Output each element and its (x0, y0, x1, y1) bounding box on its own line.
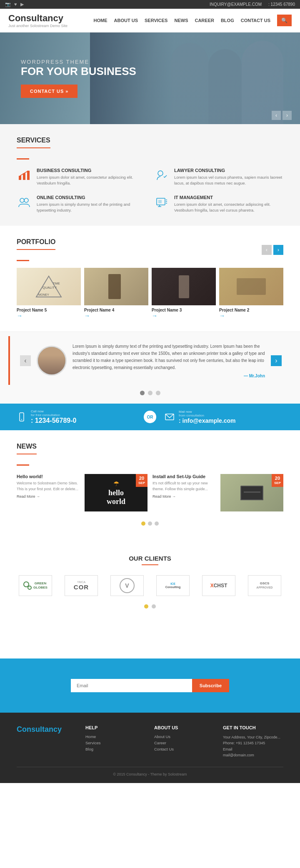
testimonial-next-button[interactable]: › (271, 355, 282, 366)
nav-blog[interactable]: BLOG (221, 18, 234, 23)
clients-section: OUR CLIENTS GREENGLOBES YMCA COR V (0, 538, 300, 625)
news-title-1: Hello world! (17, 474, 80, 479)
social-icon-1[interactable]: 📷 (5, 2, 11, 7)
news-read-more-1[interactable]: Read More → (17, 494, 80, 499)
footer-email-label: Email (223, 746, 283, 752)
email-address: : info@example.com (179, 417, 236, 424)
globes-icon (23, 581, 32, 590)
pre-sub-spacer (0, 625, 300, 658)
nav-career[interactable]: CAREER (195, 18, 214, 23)
service-title-3: ONLINE CONSULTING (37, 195, 146, 200)
logo[interactable]: Consultancy Just another Solostream Demo… (8, 13, 68, 28)
clients-title: OUR CLIENTS (17, 555, 283, 562)
portfolio-prev-button[interactable]: ‹ (262, 245, 272, 255)
testimonial-dot-3[interactable] (156, 391, 160, 395)
news-read-more-3[interactable]: Read More → (152, 494, 215, 499)
news-desc-3: It's not difficult to set up your new th… (152, 481, 215, 492)
portfolio-next-button[interactable]: › (273, 245, 283, 255)
hero-prev-button[interactable]: ‹ (272, 111, 281, 120)
topbar-phone: : 12345 67890 (268, 2, 295, 7)
testimonial-author: — Mr.John (72, 374, 265, 378)
social-icon-3[interactable]: ▶ (20, 2, 24, 7)
social-icon-2[interactable]: ♥ (14, 2, 17, 7)
service-icon-3 (17, 195, 32, 210)
green-globes-text: GREENGLOBES (33, 581, 48, 589)
portfolio-name-4: Project Name 2 (219, 308, 283, 312)
portfolio-link-4[interactable]: → (219, 312, 283, 319)
clients-pagination-dots (17, 604, 283, 609)
footer-help-title: HELP (85, 725, 146, 730)
nav-news[interactable]: NEWS (174, 18, 188, 23)
umbrella-icon: ☂ (113, 480, 119, 488)
news-item-2: 20 SEP ☂ hello world (85, 474, 148, 515)
footer-copyright: © 2015 Consultancy - Theme by Solostream (17, 767, 283, 776)
service-desc-3: Lorem ipsum is simply dummy text of the … (37, 202, 146, 214)
search-button[interactable]: 🔍 (277, 15, 292, 26)
footer-link-services[interactable]: Services (85, 741, 146, 745)
footer-link-blog[interactable]: Blog (85, 747, 146, 751)
ymca-text: YMCA (74, 581, 89, 584)
footer-logo-col: Consultancy (17, 725, 77, 758)
footer-link-aboutus[interactable]: About Us (154, 734, 215, 739)
clients-dot-1[interactable] (144, 604, 148, 609)
portfolio-link-1[interactable]: → (17, 312, 81, 319)
svg-text:QUALITY: QUALITY (42, 286, 57, 289)
news-title-wrap: NEWS (17, 443, 283, 466)
clients-title-underline (142, 564, 158, 565)
portfolio-title: PORTFOLIO (17, 238, 55, 250)
news-title-underline (17, 464, 29, 466)
service-desc-2: Lorem ipsum lacus vel cursus pharetra, s… (174, 175, 283, 187)
figure-suit (108, 274, 121, 299)
client-logo-3: V (110, 575, 144, 596)
footer-address: Your Address, Your City, Zipcode... (223, 734, 283, 740)
news-desc-1: Welcome to Solostream Demo Sites. This i… (17, 481, 80, 492)
nav-contact[interactable]: CONTACT US (241, 18, 270, 23)
header: Consultancy Just another Solostream Demo… (0, 9, 300, 32)
testimonial-prev-button[interactable]: ‹ (20, 355, 31, 366)
main-nav: HOME ABOUT US SERVICES NEWS CAREER BLOG … (94, 15, 292, 26)
green-globes-logo: GREENGLOBES (23, 581, 48, 590)
contact-phone-text: Call now for free consultation : 1234-56… (31, 409, 76, 424)
nav-about[interactable]: ABOUT US (114, 18, 138, 23)
testimonial-content: Lorem Ipsum is simply dummy text of the … (72, 343, 265, 378)
portfolio-section: PORTFOLIO ‹ › QUALITY MONEY TIME Proj (0, 226, 300, 332)
news-grid: Hello world! Welcome to Solostream Demo … (17, 474, 283, 515)
phone-number: : 1234-56789-0 (31, 417, 76, 424)
mail-now-label: Mail now (179, 410, 236, 414)
hero-next-button[interactable]: › (282, 111, 292, 120)
hero-cta-button[interactable]: CONTACT US » (21, 85, 78, 98)
service-content-3: ONLINE CONSULTING Lorem ipsum is simply … (37, 195, 146, 214)
client-logo-5: XCHST (202, 575, 235, 596)
portfolio-item-1: QUALITY MONEY TIME Project Name 5 → (17, 268, 81, 319)
contact-email-text: Mail now from consultation : info@exampl… (179, 410, 236, 424)
portfolio-graphic-3 (152, 268, 216, 305)
svg-point-3 (158, 171, 163, 176)
hello-world-text: hello (108, 489, 124, 497)
portfolio-link-2[interactable]: → (84, 312, 148, 319)
services-title-wrap: SERVICES (17, 137, 283, 160)
subscribe-button[interactable]: Subscribe (192, 679, 229, 692)
portfolio-graphic-4 (219, 268, 283, 305)
portfolio-image-4 (219, 268, 283, 305)
portfolio-name-3: Project Name 3 (152, 308, 216, 312)
email-input[interactable] (71, 679, 192, 692)
footer-link-career[interactable]: Career (154, 741, 215, 745)
testimonial-dot-2[interactable] (148, 391, 152, 395)
news-dot-3[interactable] (155, 521, 159, 526)
nav-services[interactable]: SERVICES (145, 18, 168, 23)
service-desc-1: Lorem ipsum dolor sit amet, consectetur … (37, 175, 146, 187)
footer-link-contactus[interactable]: Contact Us (154, 747, 215, 751)
portfolio-header: PORTFOLIO ‹ › (17, 238, 283, 261)
footer: Consultancy HELP Home Services Blog ABOU… (0, 713, 300, 783)
portfolio-link-3[interactable]: → (152, 312, 216, 319)
news-title: NEWS (17, 443, 37, 454)
news-dot-2[interactable] (148, 521, 152, 526)
news-dot-1[interactable] (141, 521, 145, 526)
footer-link-home[interactable]: Home (85, 734, 146, 739)
footer-contact-title: GET IN TOUCH (223, 725, 283, 730)
svg-point-4 (20, 198, 24, 202)
clients-dot-2[interactable] (152, 604, 156, 609)
portfolio-title-wrap: PORTFOLIO (17, 238, 55, 261)
nav-home[interactable]: HOME (94, 18, 108, 23)
testimonial-dot-1[interactable] (140, 391, 145, 395)
